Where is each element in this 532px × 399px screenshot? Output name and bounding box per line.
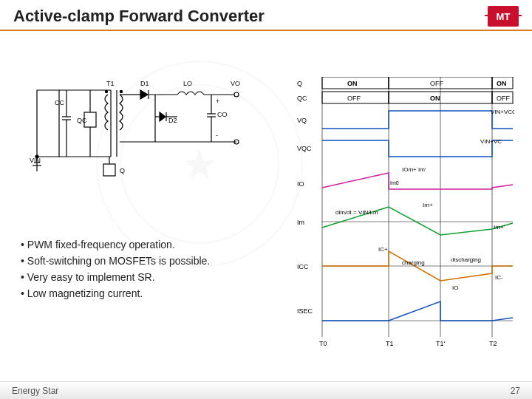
svg-text:ICC: ICC (297, 263, 309, 270)
svg-point-29 (234, 92, 239, 97)
label-minus: - (216, 132, 218, 139)
svg-text:IO: IO (452, 284, 458, 291)
svg-text:VQ: VQ (297, 117, 307, 124)
svg-point-14 (120, 90, 122, 92)
circuit-schematic: VIN CC QC T1 D1 D2 LO VO CO Q + - (30, 68, 259, 186)
svg-text:OFF: OFF (347, 95, 361, 102)
bullet-item: Very easy to implement SR. (21, 271, 210, 283)
bullet-list: PWM fixed-frequency operation. Soft-swit… (21, 234, 210, 304)
svg-text:IO/n+ Im': IO/n+ Im' (402, 166, 426, 173)
svg-text:ON: ON (497, 80, 507, 87)
svg-text:Im0: Im0 (390, 180, 399, 185)
svg-text:ON: ON (430, 95, 440, 102)
label-lo: LO (183, 80, 192, 87)
timing-diagram: Q ON OFF ON QC OFF ON OFF VQ VIN+VCC (293, 77, 514, 350)
svg-text:T1': T1' (436, 340, 446, 347)
svg-point-13 (105, 90, 107, 92)
svg-text:T0: T0 (319, 340, 327, 347)
svg-text:Im: Im (297, 219, 304, 226)
svg-text:IC-: IC- (495, 274, 503, 281)
footer-left: Energy Star (12, 386, 58, 396)
label-qc: QC (77, 117, 87, 124)
page-number: 27 (511, 386, 520, 396)
label-d2: D2 (168, 117, 177, 124)
svg-text:IO: IO (297, 180, 304, 188)
svg-text:VQC: VQC (297, 145, 312, 152)
svg-text:IC+: IC+ (378, 246, 388, 253)
label-vo: VO (231, 80, 240, 87)
page-title: Active-clamp Forward Converter (13, 7, 265, 26)
bullet-item: PWM fixed-frequency operation. (21, 239, 210, 250)
svg-text:T1: T1 (386, 340, 394, 347)
bullet-item: Low magnetizing current. (21, 287, 210, 299)
label-t1: T1 (106, 80, 115, 87)
label-vin: VIN (30, 157, 41, 164)
brand-logo: MT (488, 6, 519, 27)
svg-text:ON: ON (347, 80, 358, 87)
bullet-item: Soft-switching on MOSFETs is possible. (21, 255, 210, 267)
svg-rect-15 (103, 164, 115, 176)
svg-text:QC: QC (297, 95, 307, 102)
svg-text:OFF: OFF (430, 80, 443, 87)
brand-logo-text: MT (497, 11, 511, 22)
label-q: Q (120, 167, 125, 174)
svg-text:VIN+VCC: VIN+VCC (491, 109, 514, 115)
svg-text:discharging: discharging (451, 256, 481, 263)
svg-text:charging: charging (402, 259, 425, 266)
label-d1: D1 (140, 80, 149, 87)
svg-text:Q: Q (297, 80, 302, 87)
svg-text:dim/dt = VIN/Lm: dim/dt = VIN/Lm (335, 209, 378, 216)
svg-text:OFF: OFF (497, 95, 510, 102)
label-co: CO (217, 111, 228, 118)
svg-text:Im+: Im+ (423, 202, 433, 208)
label-cc-left: CC (55, 99, 64, 106)
svg-text:ISEC: ISEC (297, 307, 313, 315)
svg-text:VIN+VC: VIN+VC (480, 138, 502, 145)
svg-text:Im+': Im+' (494, 224, 505, 231)
svg-text:T2: T2 (489, 340, 497, 347)
label-plus: + (216, 98, 219, 105)
